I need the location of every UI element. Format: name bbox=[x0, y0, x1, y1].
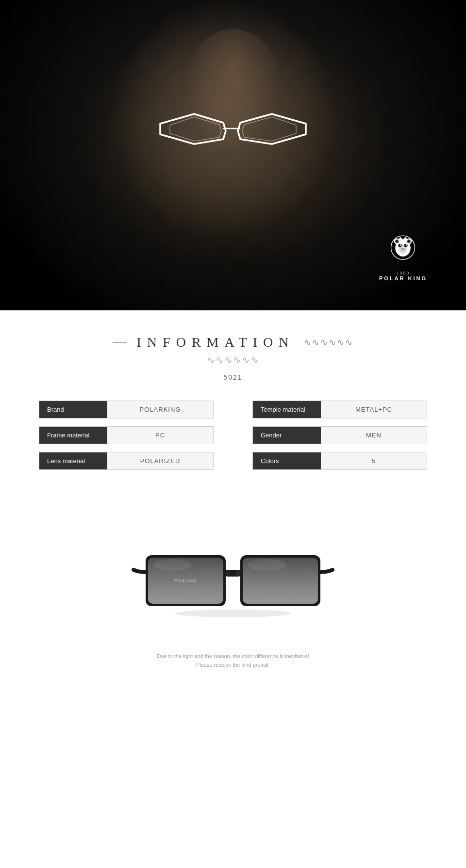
product-section: Polarized bbox=[0, 497, 466, 643]
svg-point-12 bbox=[401, 248, 405, 251]
spec-value-frame: PC bbox=[107, 427, 213, 444]
svg-point-13 bbox=[401, 248, 403, 250]
spec-value-brand: POLARKING bbox=[107, 401, 213, 418]
sunglasses-image: Polarized bbox=[131, 526, 335, 623]
svg-point-24 bbox=[153, 559, 192, 571]
svg-point-28 bbox=[175, 610, 291, 617]
product-id: 5021 bbox=[39, 373, 427, 381]
spec-label-frame: Frame material bbox=[39, 427, 107, 444]
spec-row-frame: Frame material PC bbox=[39, 426, 214, 444]
specs-left-column: Brand POLARKING Frame material PC Lens m… bbox=[39, 401, 214, 478]
svg-point-10 bbox=[400, 244, 401, 246]
disclaimer-line2: Please receive the kind prevail. bbox=[39, 661, 427, 670]
spec-label-temple: Temple material bbox=[253, 401, 321, 418]
svg-marker-15 bbox=[398, 237, 408, 241]
svg-point-26 bbox=[226, 571, 230, 577]
svg-text:Polarized: Polarized bbox=[174, 578, 197, 583]
spec-row-brand: Brand POLARKING bbox=[39, 401, 214, 418]
info-title: INFORMATION bbox=[137, 335, 295, 350]
svg-point-11 bbox=[406, 244, 407, 246]
brand-year: -1980- bbox=[379, 271, 427, 275]
spec-label-brand: Brand bbox=[39, 401, 107, 418]
spec-label-gender: Gender bbox=[253, 427, 321, 444]
spec-row-lens: Lens material POLARIZED bbox=[39, 452, 214, 470]
left-dash bbox=[113, 342, 127, 343]
brand-name-logo: POLAR KING bbox=[379, 275, 427, 281]
disclaimer-section: Due to the light and the reason, the col… bbox=[0, 643, 466, 689]
hero-section: -1980- POLAR KING bbox=[0, 0, 466, 310]
specs-grid: Brand POLARKING Frame material PC Lens m… bbox=[39, 401, 427, 478]
right-wave: ∿∿∿∿∿∿ bbox=[304, 337, 353, 348]
spec-row-temple: Temple material METAL+PC bbox=[252, 401, 427, 418]
spec-value-colors: 5 bbox=[321, 452, 427, 469]
spec-value-temple: METAL+PC bbox=[321, 401, 427, 418]
brand-logo: -1980- POLAR KING bbox=[379, 233, 427, 281]
spec-row-colors: Colors 5 bbox=[252, 452, 427, 470]
wave-divider: ∿∿∿∿∿∿ bbox=[39, 354, 427, 366]
spec-value-lens: POLARIZED bbox=[107, 452, 213, 469]
spec-label-lens: Lens material bbox=[39, 452, 107, 469]
disclaimer-line1: Due to the light and the reason, the col… bbox=[39, 652, 427, 661]
svg-point-14 bbox=[403, 248, 405, 250]
svg-point-25 bbox=[248, 559, 286, 571]
spec-row-gender: Gender MEN bbox=[252, 426, 427, 444]
spec-label-colors: Colors bbox=[253, 452, 321, 469]
glasses-overlay bbox=[155, 107, 311, 157]
specs-right-column: Temple material METAL+PC Gender MEN Colo… bbox=[252, 401, 427, 478]
spec-value-gender: MEN bbox=[321, 427, 427, 444]
info-section: INFORMATION ∿∿∿∿∿∿ ∿∿∿∿∿∿ 5021 Brand POL… bbox=[0, 310, 466, 497]
info-header: INFORMATION ∿∿∿∿∿∿ bbox=[39, 335, 427, 350]
svg-point-27 bbox=[236, 571, 240, 577]
